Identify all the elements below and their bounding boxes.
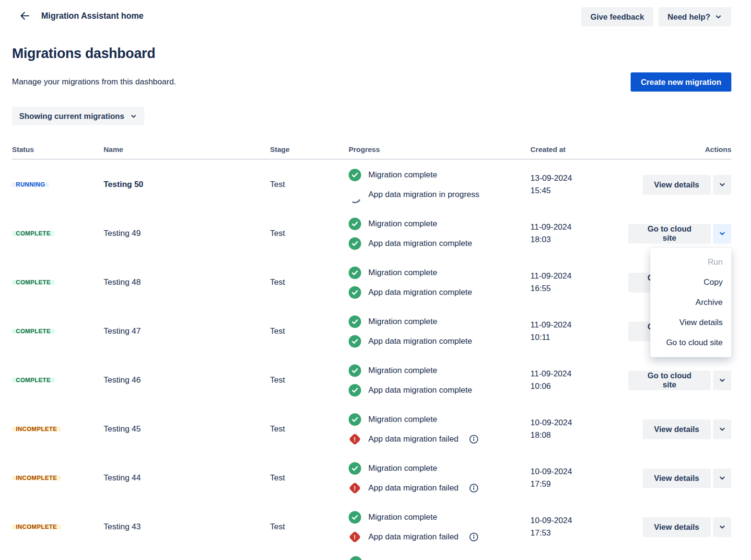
progress-status-text: App data migration complete xyxy=(368,239,472,248)
page-subtitle: Manage your migrations from this dashboa… xyxy=(12,77,176,87)
actions-cell: View details xyxy=(628,420,731,439)
row-more-actions-button[interactable] xyxy=(713,517,731,537)
created-time: 16:55 xyxy=(530,282,628,295)
migrations-filter-dropdown[interactable]: Showing current migrations xyxy=(12,107,144,125)
migration-stage: Test xyxy=(270,229,349,238)
chevron-down-icon xyxy=(718,474,726,482)
progress-cell: Migration completeApp data migration com… xyxy=(349,315,530,348)
created-date: 10-09-2024 xyxy=(530,417,628,429)
need-help-button[interactable]: Need help? xyxy=(658,7,731,26)
column-header-stage: Stage xyxy=(270,145,349,153)
row-more-actions-button[interactable] xyxy=(713,175,731,195)
progress-cell: Migration completeApp data migration com… xyxy=(349,218,530,250)
created-date: 11-09-2024 xyxy=(530,368,628,380)
success-check-icon xyxy=(349,315,361,328)
row-action-button[interactable]: View details xyxy=(643,420,711,439)
menu-item-go-to-cloud-site[interactable]: Go to cloud site xyxy=(650,333,731,353)
status-cell: INCOMPLETE xyxy=(12,476,104,480)
progress-cell: Migration completeApp data migration com… xyxy=(349,267,530,299)
success-check-icon xyxy=(349,413,361,426)
row-action-button[interactable]: View details xyxy=(643,468,711,488)
status-badge: COMPLETE xyxy=(12,329,55,334)
row-more-actions-button[interactable] xyxy=(713,371,731,390)
created-time: 10:06 xyxy=(530,380,628,393)
progress-line: Migration complete xyxy=(349,413,530,426)
progress-line: App data migration complete xyxy=(349,384,530,397)
migration-stage: Test xyxy=(270,473,349,483)
progress-line: App data migration complete xyxy=(349,335,530,348)
info-icon[interactable] xyxy=(469,532,479,542)
status-cell: INCOMPLETE xyxy=(12,525,104,529)
column-header-progress: Progress xyxy=(349,145,530,153)
menu-item-view-details[interactable]: View details xyxy=(650,313,731,333)
migrations-dashboard-page: Migration Assistant home Give feedback N… xyxy=(0,0,751,560)
chevron-down-icon xyxy=(715,13,722,21)
migration-name: Testing 49 xyxy=(104,229,270,238)
give-feedback-button[interactable]: Give feedback xyxy=(581,7,653,26)
error-icon: ! xyxy=(349,531,361,543)
actions-cell: View details xyxy=(628,517,731,537)
row-action-button[interactable]: Go to cloud site xyxy=(628,371,711,390)
topbar-actions: Give feedback Need help? xyxy=(581,7,731,26)
created-time: 15:45 xyxy=(530,185,628,197)
actions-cell: View details xyxy=(628,468,731,488)
progress-status-text: Migration complete xyxy=(368,268,437,278)
created-at-cell: 13-09-2024 15:45 xyxy=(530,172,628,197)
progress-line: !App data migration failed xyxy=(349,531,530,543)
progress-status-text: App data migration in progress xyxy=(368,190,480,199)
created-at-cell: 10-09-2024 17:59 xyxy=(530,466,628,490)
chevron-down-icon xyxy=(130,113,137,120)
info-icon[interactable] xyxy=(469,434,479,444)
progress-line: Migration complete xyxy=(349,462,530,475)
row-more-actions-button[interactable] xyxy=(713,468,731,488)
migration-stage: Test xyxy=(270,278,349,287)
menu-item-archive[interactable]: Archive xyxy=(650,292,731,313)
created-time: 17:53 xyxy=(530,527,628,539)
migration-name: Testing 46 xyxy=(104,375,270,385)
column-header-name: Name xyxy=(104,145,270,153)
progress-line: !App data migration failed xyxy=(349,433,530,445)
menu-item-run: Run xyxy=(650,252,731,272)
migration-stage: Test xyxy=(270,375,349,385)
progress-status-text: Migration complete xyxy=(368,464,437,473)
row-more-actions-button[interactable] xyxy=(713,420,731,439)
created-at-cell: 11-09-2024 10:11 xyxy=(530,319,628,344)
progress-line: App data migration complete xyxy=(349,286,530,299)
row-more-actions-button[interactable] xyxy=(713,224,731,244)
menu-item-copy[interactable]: Copy xyxy=(650,272,731,292)
created-at-cell: 11-09-2024 10:06 xyxy=(530,368,628,393)
progress-status-text: App data migration failed xyxy=(368,483,458,493)
column-header-created-at: Created at xyxy=(530,145,628,153)
table-row: INCOMPLETE Testing 45 Test Migration com… xyxy=(12,405,731,454)
row-action-button[interactable]: View details xyxy=(643,517,711,537)
migration-stage: Test xyxy=(270,522,349,532)
migration-name: Testing 43 xyxy=(104,522,270,532)
success-check-icon xyxy=(349,286,361,299)
column-header-status: Status xyxy=(12,145,104,153)
created-at-cell: 10-09-2024 17:53 xyxy=(530,514,628,539)
row-action-button[interactable]: Go to cloud site xyxy=(628,224,711,244)
actions-cell: Go to cloud site xyxy=(628,371,731,390)
back-arrow-icon xyxy=(19,10,31,22)
progress-status-text: App data migration complete xyxy=(368,337,472,346)
created-date: 13-09-2024 xyxy=(530,172,628,185)
table-row: INCOMPLETE Testing 43 Test Migration com… xyxy=(12,502,731,551)
success-check-icon xyxy=(349,237,361,250)
table-row: COMPLETE Testing 46 Test Migration compl… xyxy=(12,356,731,405)
created-at-cell: 11-09-2024 16:55 xyxy=(530,270,628,295)
row-action-button[interactable]: View details xyxy=(643,175,711,195)
back-link[interactable]: Migration Assistant home xyxy=(19,10,143,22)
create-new-migration-button[interactable]: Create new migration xyxy=(631,72,731,92)
chevron-down-icon xyxy=(718,376,726,384)
success-check-icon xyxy=(349,511,361,524)
status-cell: INCOMPLETE xyxy=(12,427,104,432)
created-at-cell: 10-09-2024 18:08 xyxy=(530,417,628,442)
table-row: COMPLETE Testing 49 Test Migration compl… xyxy=(12,209,731,258)
info-icon[interactable] xyxy=(469,483,479,493)
progress-status-text: Migration complete xyxy=(368,219,437,229)
progress-line: Migration complete xyxy=(349,218,530,230)
page-title: Migrations dashboard xyxy=(12,46,155,61)
table-header: Status Name Stage Progress Created at Ac… xyxy=(12,145,731,160)
success-check-icon xyxy=(349,462,361,475)
progress-status-text: Migration complete xyxy=(368,415,437,424)
